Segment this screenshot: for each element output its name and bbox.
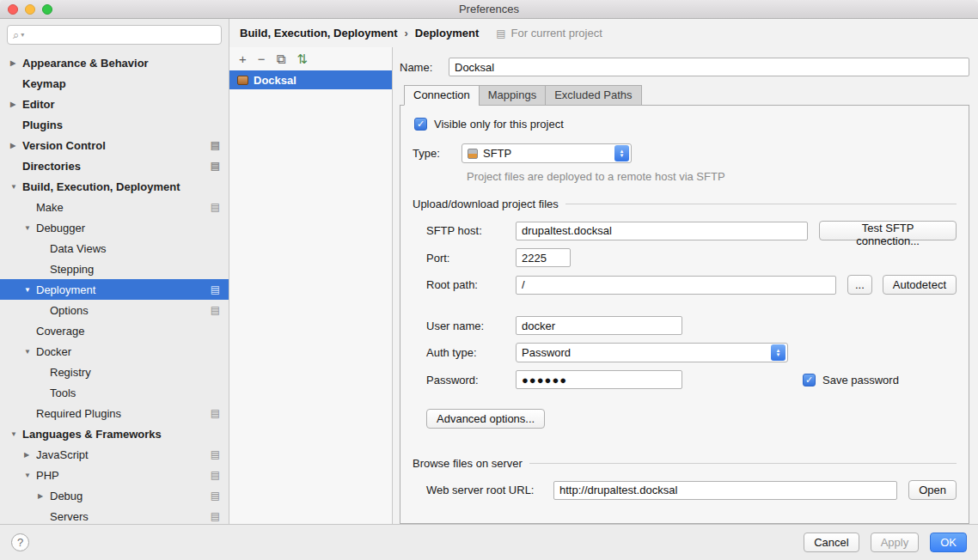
close-window-button[interactable] xyxy=(8,4,18,15)
sync-button[interactable]: ⇅ xyxy=(296,52,308,65)
search-options-caret-icon[interactable]: ▾ xyxy=(21,31,24,39)
web-root-row: Web server root URL: Open xyxy=(426,480,957,500)
project-scope-icon: ▤ xyxy=(496,27,505,40)
sidebar-item-registry[interactable]: Registry xyxy=(0,362,229,382)
chevron-down-icon[interactable]: ▼ xyxy=(24,472,36,479)
sidebar-item-plugins[interactable]: Plugins xyxy=(0,114,229,135)
sidebar-item-data-views[interactable]: Data Views xyxy=(0,238,229,259)
chevron-right-icon[interactable]: ▶ xyxy=(38,492,50,500)
chevron-down-icon[interactable]: ▼ xyxy=(24,348,36,356)
sidebar-item-appearance-behavior[interactable]: ▶Appearance & Behavior xyxy=(0,52,229,73)
search-input[interactable] xyxy=(28,27,216,43)
port-field[interactable] xyxy=(516,248,571,267)
type-help-text: Project files are deployed to a remote h… xyxy=(467,170,957,183)
tab-excluded-paths[interactable]: Excluded Paths xyxy=(545,85,641,106)
settings-search-box[interactable]: ⌕ ▾ xyxy=(7,25,222,45)
panels: +−⧉⇅ Docksal Name: ConnectionMappingsExc… xyxy=(229,47,978,524)
sidebar-item-javascript[interactable]: ▶JavaScript▤ xyxy=(0,444,229,465)
sidebar-item-options[interactable]: Options▤ xyxy=(0,300,229,320)
remove-button[interactable]: − xyxy=(258,52,266,65)
name-field[interactable] xyxy=(449,58,969,76)
minimize-window-button[interactable] xyxy=(25,4,35,15)
visible-only-checkbox[interactable] xyxy=(414,118,427,131)
ok-button[interactable]: OK xyxy=(930,533,967,552)
sidebar-item-label: Plugins xyxy=(22,119,63,131)
server-config-panel: Name: ConnectionMappingsExcluded Paths V… xyxy=(393,47,978,524)
settings-tree: ▶Appearance & BehaviorKeymap▶EditorPlugi… xyxy=(0,48,229,524)
save-password-checkbox[interactable] xyxy=(803,374,816,387)
user-name-field[interactable] xyxy=(516,316,682,335)
open-button[interactable]: Open xyxy=(908,480,957,500)
project-scope-icon: ▤ xyxy=(211,448,220,460)
sftp-host-row: SFTP host: Test SFTP connection... xyxy=(426,221,957,240)
root-path-field[interactable] xyxy=(516,276,836,295)
chevron-right-icon[interactable]: ▶ xyxy=(10,100,22,108)
sidebar-item-languages-frameworks[interactable]: ▼Languages & Frameworks xyxy=(0,423,229,444)
tab-strip: ConnectionMappingsExcluded Paths xyxy=(400,85,969,106)
chevron-down-icon[interactable]: ▼ xyxy=(24,286,36,294)
cancel-button[interactable]: Cancel xyxy=(804,533,859,552)
type-dropdown[interactable]: SFTP ▲▼ xyxy=(461,143,632,163)
project-scope-icon: ▤ xyxy=(211,304,220,316)
sidebar-item-version-control[interactable]: ▶Version Control▤ xyxy=(0,135,229,155)
dropdown-stepper-icon[interactable]: ▲▼ xyxy=(771,344,785,361)
add-button[interactable]: + xyxy=(239,52,247,65)
main-area: ⌕ ▾ ▶Appearance & BehaviorKeymap▶EditorP… xyxy=(0,19,978,524)
sidebar-item-editor[interactable]: ▶Editor xyxy=(0,94,229,114)
zoom-window-button[interactable] xyxy=(42,4,52,15)
tab-mappings[interactable]: Mappings xyxy=(479,85,546,106)
sidebar-item-keymap[interactable]: Keymap xyxy=(0,73,229,94)
sidebar-item-label: Registry xyxy=(50,366,91,379)
footer-bar: ? Cancel Apply OK xyxy=(0,524,978,560)
content-column: Build, Execution, Deployment › Deploymen… xyxy=(229,19,978,524)
autodetect-button[interactable]: Autodetect xyxy=(883,275,957,295)
sidebar-item-docker[interactable]: ▼Docker xyxy=(0,341,229,362)
sidebar-item-php[interactable]: ▼PHP▤ xyxy=(0,465,229,485)
sidebar-item-debug[interactable]: ▶Debug▤ xyxy=(0,485,229,506)
sidebar-item-label: Version Control xyxy=(22,139,106,152)
breadcrumb-item-build-execution-deployment[interactable]: Build, Execution, Deployment xyxy=(240,27,397,40)
sidebar-item-stepping[interactable]: Stepping xyxy=(0,259,229,279)
auth-type-dropdown[interactable]: Password ▲▼ xyxy=(516,343,788,362)
tab-connection[interactable]: Connection xyxy=(404,85,480,106)
web-root-label: Web server root URL: xyxy=(426,484,553,496)
chevron-right-icon[interactable]: ▶ xyxy=(24,451,36,459)
browse-root-path-button[interactable]: ... xyxy=(847,275,872,295)
sidebar-item-directories[interactable]: Directories▤ xyxy=(0,155,229,176)
project-scope-icon: ▤ xyxy=(211,139,220,151)
sidebar-item-servers[interactable]: Servers▤ xyxy=(0,506,229,524)
sidebar-item-tools[interactable]: Tools xyxy=(0,382,229,403)
sidebar-item-label: Make xyxy=(36,201,64,214)
chevron-right-icon[interactable]: ▶ xyxy=(10,59,22,67)
window-title: Preferences xyxy=(0,3,978,15)
dropdown-stepper-icon[interactable]: ▲▼ xyxy=(614,145,629,161)
sidebar-item-build-execution-deployment[interactable]: ▼Build, Execution, Deployment xyxy=(0,176,229,197)
copy-button[interactable]: ⧉ xyxy=(277,52,286,65)
search-wrap: ⌕ ▾ xyxy=(0,19,229,48)
web-root-field[interactable] xyxy=(553,481,897,500)
sftp-host-field[interactable] xyxy=(516,222,808,240)
advanced-options-button[interactable]: Advanced options... xyxy=(426,409,545,429)
apply-button[interactable]: Apply xyxy=(871,533,920,552)
server-list-item-docksal[interactable]: Docksal xyxy=(229,70,392,89)
password-field[interactable] xyxy=(516,370,682,389)
chevron-down-icon[interactable]: ▼ xyxy=(24,224,36,232)
sidebar-item-label: Debug xyxy=(50,490,83,502)
chevron-down-icon[interactable]: ▼ xyxy=(10,183,22,191)
sidebar-item-coverage[interactable]: Coverage xyxy=(0,320,229,341)
search-icon: ⌕ xyxy=(13,28,19,42)
sidebar-item-make[interactable]: Make▤ xyxy=(0,197,229,217)
sidebar-item-label: Debugger xyxy=(36,222,85,234)
type-row: Type: SFTP ▲▼ xyxy=(413,143,957,163)
test-sftp-connection-button[interactable]: Test SFTP connection... xyxy=(819,221,957,240)
type-label: Type: xyxy=(413,147,461,160)
project-scope-icon: ▤ xyxy=(211,407,220,419)
sidebar-item-deployment[interactable]: ▼Deployment▤ xyxy=(0,279,229,300)
sidebar-item-debugger[interactable]: ▼Debugger xyxy=(0,217,229,238)
help-button[interactable]: ? xyxy=(11,533,29,551)
auth-type-value: Password xyxy=(522,346,766,359)
chevron-right-icon[interactable]: ▶ xyxy=(10,142,22,149)
sidebar-item-required-plugins[interactable]: Required Plugins▤ xyxy=(0,403,229,423)
breadcrumb-item-deployment: Deployment xyxy=(415,27,479,40)
chevron-down-icon[interactable]: ▼ xyxy=(10,430,22,438)
